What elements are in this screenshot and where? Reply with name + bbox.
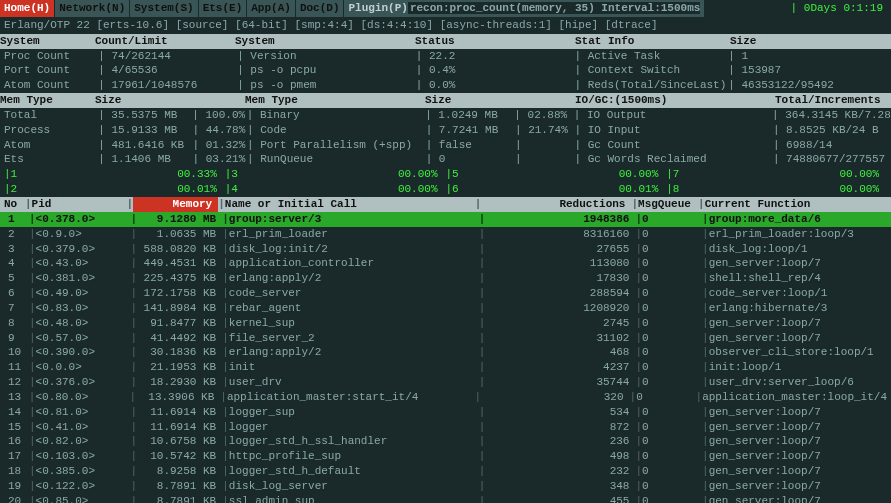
process-row[interactable]: 14|<0.81.0>|11.6914 KB|logger_sup|534|0|… bbox=[0, 405, 891, 420]
mem-rows: Total| 35.5375 MB| 100.0%| Binary| 1.024… bbox=[0, 108, 891, 167]
mem-header: Mem Type Size Mem Type Size IO/GC:(1500m… bbox=[0, 93, 891, 108]
system-row: Atom Count| 17961/1048576| ps -o pmem| 0… bbox=[0, 78, 891, 93]
process-row[interactable]: 1|<0.378.0>|9.1280 MB|group:server/3|194… bbox=[0, 212, 891, 227]
process-row[interactable]: 17|<0.103.0>|10.5742 KB|httpc_profile_su… bbox=[0, 449, 891, 464]
mem-row: Process| 15.9133 MB| 44.78%| Code| 7.724… bbox=[0, 123, 891, 138]
process-list: 1|<0.378.0>|9.1280 MB|group:server/3|194… bbox=[0, 212, 891, 503]
tab-home[interactable]: Home(H) bbox=[0, 0, 54, 17]
process-row[interactable]: 11|<0.0.0>|21.1953 KB|init|4237|0|init:l… bbox=[0, 360, 891, 375]
process-row[interactable]: 16|<0.82.0>|10.6758 KB|logger_std_h_ssl_… bbox=[0, 434, 891, 449]
scheduler-row: |100.33%|300.00%|500.00%|700.00% bbox=[0, 167, 891, 182]
process-row[interactable]: 10|<0.390.0>|30.1836 KB|erlang:apply/2|4… bbox=[0, 345, 891, 360]
mem-row: Total| 35.5375 MB| 100.0%| Binary| 1.024… bbox=[0, 108, 891, 123]
tab-network[interactable]: Network(N) bbox=[55, 0, 129, 17]
system-row: Proc Count| 74/262144| Version| 22.2| Ac… bbox=[0, 49, 891, 64]
process-row[interactable]: 15|<0.41.0>|11.6914 KB|logger|872|0|gen_… bbox=[0, 420, 891, 435]
tab-app[interactable]: App(A) bbox=[247, 0, 295, 17]
process-row[interactable]: 6|<0.49.0>|172.1758 KB|code_server|28859… bbox=[0, 286, 891, 301]
tab-plugin[interactable]: Plugin(P)recon:proc_count(memory, 35) In… bbox=[344, 0, 704, 17]
process-row[interactable]: 4|<0.43.0>|449.4531 KB|application_contr… bbox=[0, 256, 891, 271]
erlang-info: Erlang/OTP 22 [erts-10.6] [source] [64-b… bbox=[0, 17, 891, 34]
process-row[interactable]: 12|<0.376.0>|18.2930 KB|user_drv|35744|0… bbox=[0, 375, 891, 390]
uptime: | 0Days 0:1:19 bbox=[787, 0, 891, 17]
mem-row: Atom| 481.6416 KB| 01.32%| Port Parallel… bbox=[0, 138, 891, 153]
tab-system[interactable]: System(S) bbox=[130, 0, 197, 17]
process-row[interactable]: 8|<0.48.0>|91.8477 KB|kernel_sup|2745|0|… bbox=[0, 316, 891, 331]
process-row[interactable]: 9|<0.57.0>|41.4492 KB|file_server_2|3110… bbox=[0, 331, 891, 346]
scheduler-row: |200.01%|400.00%|600.01%|800.00% bbox=[0, 182, 891, 197]
process-row[interactable]: 18|<0.385.0>|8.9258 KB|logger_std_h_defa… bbox=[0, 464, 891, 479]
tab-bar: Home(H) Network(N) System(S) Ets(E) App(… bbox=[0, 0, 891, 17]
system-row: Port Count| 4/65536| ps -o pcpu| 0.4%| C… bbox=[0, 63, 891, 78]
process-row[interactable]: 5|<0.381.0>|225.4375 KB|erlang:apply/2|1… bbox=[0, 271, 891, 286]
process-header: No | Pid | Memory | Name or Initial Call… bbox=[0, 197, 891, 212]
process-row[interactable]: 2|<0.9.0>|1.0635 MB|erl_prim_loader|8316… bbox=[0, 227, 891, 242]
system-rows: Proc Count| 74/262144| Version| 22.2| Ac… bbox=[0, 49, 891, 94]
process-row[interactable]: 3|<0.379.0>|588.0820 KB|disk_log:init/2|… bbox=[0, 242, 891, 257]
tab-ets[interactable]: Ets(E) bbox=[199, 0, 247, 17]
tab-doc[interactable]: Doc(D) bbox=[296, 0, 344, 17]
process-row[interactable]: 7|<0.83.0>|141.8984 KB|rebar_agent|12089… bbox=[0, 301, 891, 316]
mem-row: Ets| 1.1406 MB| 03.21%| RunQueue| 0| | G… bbox=[0, 152, 891, 167]
system-header: System Count/Limit System Status Stat In… bbox=[0, 34, 891, 49]
process-row[interactable]: 19|<0.122.0>|8.7891 KB|disk_log_server|3… bbox=[0, 479, 891, 494]
queue-rows: |100.33%|300.00%|500.00%|700.00%|200.01%… bbox=[0, 167, 891, 197]
process-row[interactable]: 20|<0.85.0>|8.7891 KB|ssl_admin_sup|455|… bbox=[0, 494, 891, 503]
process-row[interactable]: 13|<0.80.0>|13.3906 KB|application_maste… bbox=[0, 390, 891, 405]
